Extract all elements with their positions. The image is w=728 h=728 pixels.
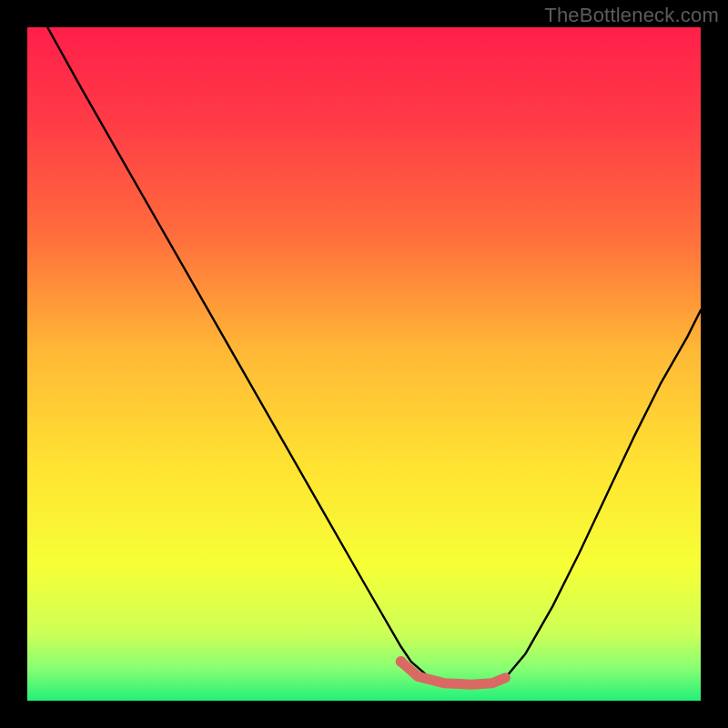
start-dot-marker [396, 656, 407, 667]
watermark-text: TheBottleneck.com [544, 4, 719, 27]
bottleneck-curve [47, 27, 701, 686]
plot-area [27, 27, 701, 701]
frame-edge [0, 0, 27, 728]
frame-edge [701, 0, 728, 728]
chart-stage: TheBottleneck.com [0, 0, 728, 728]
frame-edge [0, 701, 728, 728]
curve-layer [27, 27, 701, 701]
